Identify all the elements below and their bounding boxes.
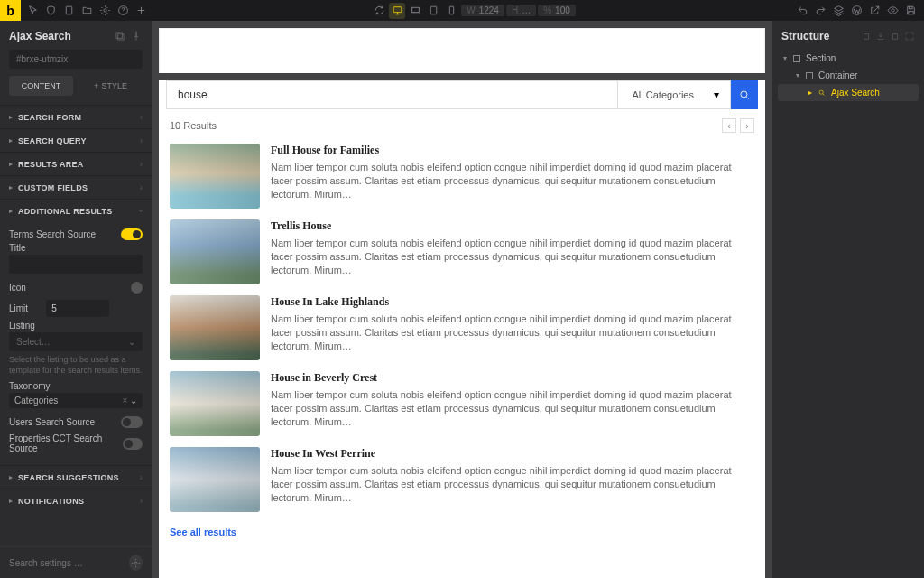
pin-icon[interactable] — [130, 30, 143, 42]
triangle-icon: ▸ — [9, 473, 13, 481]
result-desc: Nam liber tempor cum soluta nobis eleife… — [271, 388, 754, 429]
additional-results-content: Terms Search Source Title Icon Limit Lis… — [0, 222, 152, 465]
clone-icon[interactable] — [114, 30, 126, 42]
result-thumb — [170, 371, 260, 436]
structure-title: Structure — [781, 30, 829, 42]
tablet-icon[interactable] — [425, 3, 441, 19]
svg-rect-9 — [118, 34, 124, 40]
mobile-icon[interactable] — [443, 3, 459, 19]
laptop-icon[interactable] — [407, 3, 423, 19]
result-item[interactable]: House In West PerrineNam liber tempor cu… — [159, 442, 765, 517]
search-bar: All Categories▾ — [166, 80, 758, 109]
wordpress-icon[interactable] — [848, 3, 864, 19]
result-title: House in Beverly Crest — [271, 371, 754, 385]
expand-icon[interactable] — [904, 31, 915, 42]
layers-icon[interactable] — [830, 3, 846, 19]
svg-rect-4 — [411, 7, 419, 12]
properties-source-toggle[interactable] — [123, 438, 143, 450]
eye-icon[interactable] — [884, 3, 901, 19]
section-custom-fields[interactable]: ▸CUSTOM FIELDS› — [0, 175, 152, 199]
svg-rect-3 — [393, 7, 402, 13]
clear-icon[interactable]: × — [122, 396, 127, 406]
structure-header: Structure — [772, 21, 924, 50]
triangle-icon: ▸ — [9, 207, 13, 215]
height-box[interactable]: H… — [506, 5, 536, 16]
chevron-right-icon: › — [140, 135, 143, 145]
trash-icon[interactable] — [890, 31, 901, 42]
tree-node-section[interactable]: ▾Section — [778, 50, 919, 67]
settings-icon[interactable] — [97, 3, 113, 19]
terms-source-label: Terms Search Source — [9, 229, 96, 239]
section-notifications[interactable]: ▸NOTIFICATIONS› — [0, 489, 152, 512]
terms-source-toggle[interactable] — [121, 228, 143, 240]
app-logo[interactable]: b — [0, 0, 21, 21]
chevron-right-icon: › — [140, 496, 143, 506]
result-item[interactable]: Full House for FamiliesNam liber tempor … — [159, 138, 765, 214]
section-search-query[interactable]: ▸SEARCH QUERY› — [0, 128, 152, 152]
zoom-box[interactable]: %100 — [538, 5, 576, 16]
taxonomy-select[interactable]: Categories× ⌄ — [9, 393, 143, 408]
cursor-icon[interactable] — [24, 3, 41, 19]
save-icon[interactable] — [902, 3, 919, 19]
category-dropdown[interactable]: All Categories▾ — [618, 80, 731, 109]
see-all-link[interactable]: See all results — [159, 517, 765, 546]
result-item[interactable]: House In Lake HighlandsNam liber tempor … — [159, 290, 765, 366]
section-results-area[interactable]: ▸RESULTS AREA› — [0, 152, 152, 175]
copy-icon[interactable] — [861, 31, 872, 42]
canvas-content: All Categories▾ 10 Results ‹ › Full Hous… — [159, 80, 765, 578]
canvas: All Categories▾ 10 Results ‹ › Full Hous… — [152, 21, 772, 578]
page-icon[interactable] — [60, 3, 77, 19]
result-desc: Nam liber tempor cum soluta nobis eleife… — [271, 312, 754, 353]
section-additional-results[interactable]: ▸ADDITIONAL RESULTS› — [0, 199, 152, 222]
download-icon[interactable] — [875, 31, 886, 42]
tree-node-ajax-search[interactable]: ▸Ajax Search — [778, 84, 919, 101]
search-settings-input[interactable] — [9, 558, 124, 568]
width-box[interactable]: W1224 — [461, 5, 504, 16]
section-search-suggestions[interactable]: ▸SEARCH SUGGESTIONS› — [0, 465, 152, 489]
folder-icon[interactable] — [79, 3, 95, 19]
svg-point-11 — [134, 562, 137, 564]
result-item[interactable]: House in Beverly CrestNam liber tempor c… — [159, 366, 765, 442]
listing-label: Listing — [9, 321, 143, 331]
triangle-icon: ▾ — [783, 54, 787, 62]
icon-picker[interactable] — [131, 282, 143, 294]
result-desc: Nam liber tempor cum soluta nobis eleife… — [271, 161, 754, 201]
desktop-icon[interactable] — [389, 3, 405, 19]
title-label: Title — [9, 243, 143, 253]
element-id-input[interactable] — [9, 50, 143, 69]
icon-label: Icon — [9, 283, 26, 293]
undo-icon[interactable] — [794, 3, 810, 19]
plus-icon: + — [94, 81, 98, 90]
refresh-icon[interactable] — [371, 3, 387, 19]
svg-point-14 — [819, 90, 823, 94]
next-button[interactable]: › — [740, 118, 754, 133]
external-icon[interactable] — [866, 3, 882, 19]
help-icon[interactable] — [115, 3, 131, 19]
svg-rect-6 — [449, 6, 453, 14]
top-toolbar: b W1224 H… %100 — [0, 0, 924, 21]
tree-node-container[interactable]: ▾Container — [778, 67, 919, 84]
section-search-form[interactable]: ▸SEARCH FORM› — [0, 105, 152, 128]
triangle-icon: ▸ — [9, 183, 13, 191]
search-input[interactable] — [166, 80, 618, 109]
add-icon[interactable] — [133, 3, 149, 19]
chevron-down-icon: › — [136, 210, 146, 212]
listing-select[interactable]: Select…⌄ — [9, 332, 143, 351]
tab-content[interactable]: CONTENT — [9, 76, 73, 96]
result-item[interactable]: Trellis HouseNam liber tempor cum soluta… — [159, 214, 765, 290]
result-thumb — [170, 447, 260, 512]
users-source-toggle[interactable] — [121, 416, 143, 428]
tab-style[interactable]: +STYLE — [79, 76, 143, 96]
redo-icon[interactable] — [812, 3, 828, 19]
structure-tree: ▾Section ▾Container ▸Ajax Search — [772, 50, 924, 101]
shield-icon[interactable] — [42, 3, 59, 19]
tab-row: CONTENT +STYLE — [9, 76, 143, 96]
sidebar-title: Ajax Search — [9, 30, 71, 42]
result-title: Full House for Families — [271, 144, 754, 157]
gear-icon[interactable] — [129, 555, 143, 571]
sidebar-header: Ajax Search — [0, 21, 152, 50]
search-button[interactable] — [731, 80, 758, 109]
limit-input[interactable] — [46, 300, 109, 317]
prev-button[interactable]: ‹ — [722, 118, 736, 133]
title-input[interactable] — [9, 255, 143, 274]
